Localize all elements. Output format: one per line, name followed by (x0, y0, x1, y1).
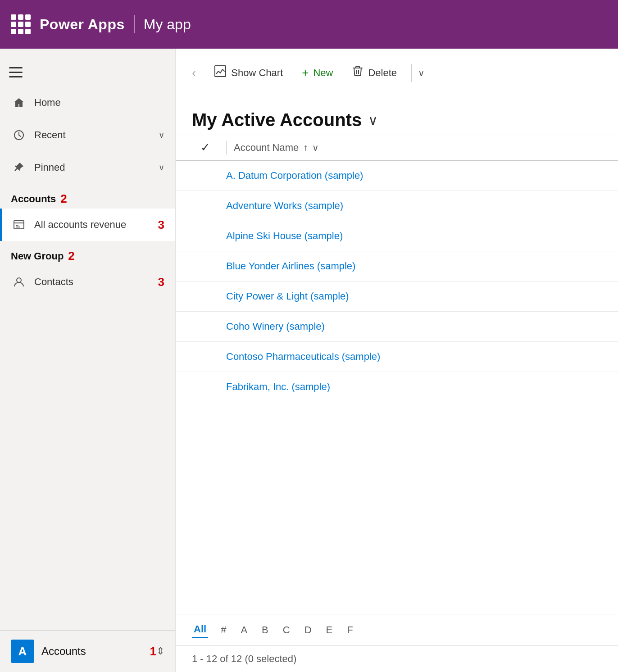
status-text: 1 - 12 of 12 (0 selected) (192, 653, 296, 664)
sidebar-item-pinned-label: Pinned (34, 162, 159, 173)
new-group-badge: 2 (68, 249, 74, 263)
table-row[interactable]: Contoso Pharmaceuticals (sample) (176, 342, 618, 372)
table-row[interactable]: Blue Yonder Airlines (sample) (176, 251, 618, 282)
app-name-custom: My app (144, 16, 191, 33)
status-bar: 1 - 12 of 12 (0 selected) (176, 645, 618, 672)
sidebar-item-recent-label: Recent (34, 129, 159, 141)
account-name-6[interactable]: Coho Winery (sample) (219, 321, 325, 332)
sidebar-item-contacts-label: Contacts (34, 276, 158, 288)
account-name-2[interactable]: Adventure Works (sample) (219, 200, 343, 212)
all-accounts-badge: 3 (158, 218, 164, 232)
select-all-checkbox[interactable]: ✓ (192, 141, 219, 154)
account-name-label: Account Name (234, 142, 299, 154)
account-list: A. Datum Corporation (sample) Adventure … (176, 161, 618, 614)
accounts-section-label: Accounts (11, 193, 56, 205)
top-bar-divider (134, 15, 135, 33)
column-header: ✓ Account Name ↑ ∨ (176, 135, 618, 161)
sort-ascending-icon[interactable]: ↑ (303, 142, 308, 153)
new-button[interactable]: + New (294, 61, 341, 84)
contacts-badge: 3 (158, 275, 164, 289)
show-chart-button[interactable]: Show Chart (206, 60, 291, 85)
alpha-a[interactable]: A (239, 622, 249, 638)
list-title: My Active Accounts (192, 110, 362, 130)
bottom-badge: 1 (150, 645, 156, 658)
hamburger-line-2 (9, 72, 23, 73)
plus-icon: + (302, 66, 309, 80)
alpha-d[interactable]: D (303, 622, 314, 638)
app-name-power: Power Apps (40, 16, 125, 33)
alpha-f[interactable]: F (345, 622, 354, 638)
account-name-3[interactable]: Alpine Ski House (sample) (219, 230, 343, 242)
table-row[interactable]: Adventure Works (sample) (176, 191, 618, 221)
table-row[interactable]: Coho Winery (sample) (176, 312, 618, 342)
delete-icon (352, 65, 364, 81)
show-chart-label: Show Chart (231, 67, 283, 79)
delete-label: Delete (368, 67, 397, 79)
account-name-column[interactable]: Account Name ↑ ∨ (234, 142, 319, 154)
sidebar-bottom-bar[interactable]: A Accounts 1 ⇕ (0, 630, 175, 672)
toolbar-more-icon[interactable]: ∨ (418, 68, 425, 78)
pin-icon (11, 159, 27, 176)
avatar: A (11, 640, 34, 663)
recent-icon (11, 127, 27, 143)
accounts-revenue-icon (11, 217, 27, 233)
list-area: My Active Accounts ∨ ✓ Account Name ↑ ∨ … (176, 97, 618, 672)
list-title-chevron-icon[interactable]: ∨ (368, 112, 378, 128)
sidebar-item-all-accounts-revenue[interactable]: All accounts revenue 3 (0, 209, 175, 241)
table-row[interactable]: City Power & Light (sample) (176, 282, 618, 312)
sidebar-item-pinned[interactable]: Pinned ∨ (0, 151, 175, 184)
hamburger-line-1 (9, 67, 23, 68)
svg-point-2 (17, 278, 21, 282)
content-pane: ‹ Show Chart + New (176, 49, 618, 672)
sidebar-bottom-label: Accounts (41, 645, 146, 658)
accounts-badge: 2 (60, 192, 67, 206)
expand-collapse-icon[interactable]: ⇕ (156, 645, 164, 657)
alpha-c[interactable]: C (281, 622, 292, 638)
contacts-icon (11, 274, 27, 290)
account-name-1[interactable]: A. Datum Corporation (sample) (219, 170, 363, 182)
sidebar-item-contacts[interactable]: Contacts 3 (0, 266, 175, 298)
top-bar: Power Apps My app (0, 0, 618, 49)
sidebar-item-recent[interactable]: Recent ∨ (0, 119, 175, 151)
main-area: Home Recent ∨ Pinned ∨ Ac (0, 49, 618, 672)
table-row[interactable]: Alpine Ski House (sample) (176, 221, 618, 251)
waffle-icon[interactable] (11, 14, 31, 34)
alpha-hash[interactable]: # (219, 622, 228, 638)
table-row[interactable]: A. Datum Corporation (sample) (176, 161, 618, 191)
account-name-4[interactable]: Blue Yonder Airlines (sample) (219, 260, 355, 272)
sidebar-item-home[interactable]: Home (0, 86, 175, 119)
back-button[interactable]: ‹ (185, 62, 203, 84)
toolbar-divider (411, 64, 412, 82)
hamburger-button[interactable] (9, 62, 29, 82)
sidebar-item-all-accounts-label: All accounts revenue (34, 219, 158, 231)
home-icon (11, 95, 27, 111)
list-header: My Active Accounts ∨ (176, 97, 618, 135)
sidebar: Home Recent ∨ Pinned ∨ Ac (0, 49, 176, 672)
pinned-chevron-icon: ∨ (159, 163, 164, 173)
alpha-e[interactable]: E (324, 622, 335, 638)
hamburger-line-3 (9, 76, 23, 77)
account-name-7[interactable]: Contoso Pharmaceuticals (sample) (219, 351, 380, 363)
sidebar-top (0, 49, 175, 86)
table-row[interactable]: Fabrikam, Inc. (sample) (176, 372, 618, 402)
delete-button[interactable]: Delete (344, 60, 405, 85)
recent-chevron-icon: ∨ (159, 130, 164, 140)
account-name-5[interactable]: City Power & Light (sample) (219, 291, 349, 302)
new-group-section-label: New Group (11, 250, 64, 262)
sort-descending-icon[interactable]: ∨ (312, 142, 319, 153)
col-divider (226, 141, 227, 154)
new-group-section-header: New Group 2 (0, 241, 175, 266)
toolbar: ‹ Show Chart + New (176, 49, 618, 97)
new-label: New (313, 67, 333, 79)
account-name-8[interactable]: Fabrikam, Inc. (sample) (219, 381, 330, 393)
alpha-all[interactable]: All (192, 622, 208, 638)
alphabet-bar: All # A B C D E F (176, 614, 618, 645)
chart-icon (214, 65, 227, 81)
svg-rect-1 (14, 221, 24, 229)
sidebar-item-home-label: Home (34, 97, 164, 109)
accounts-section-header: Accounts 2 (0, 184, 175, 209)
alpha-b[interactable]: B (260, 622, 270, 638)
